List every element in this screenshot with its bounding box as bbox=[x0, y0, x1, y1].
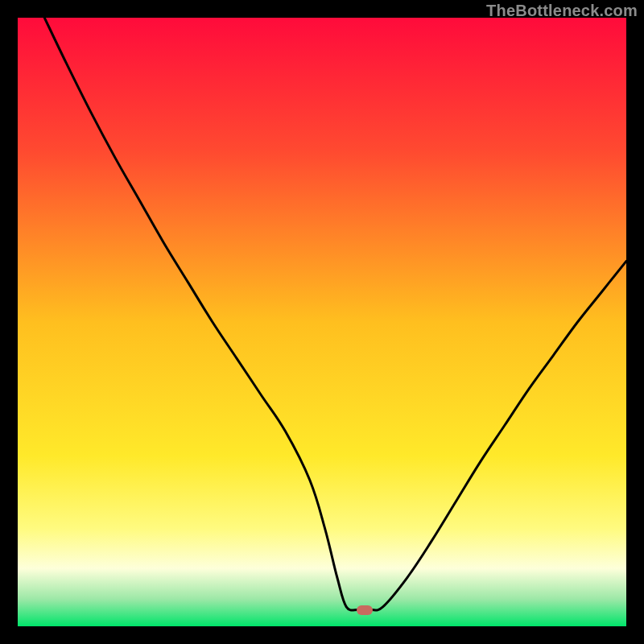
chart-frame: TheBottleneck.com bbox=[0, 0, 644, 644]
optimal-point-marker bbox=[357, 605, 373, 615]
plot-area bbox=[18, 18, 626, 626]
bottleneck-curve bbox=[18, 18, 626, 626]
